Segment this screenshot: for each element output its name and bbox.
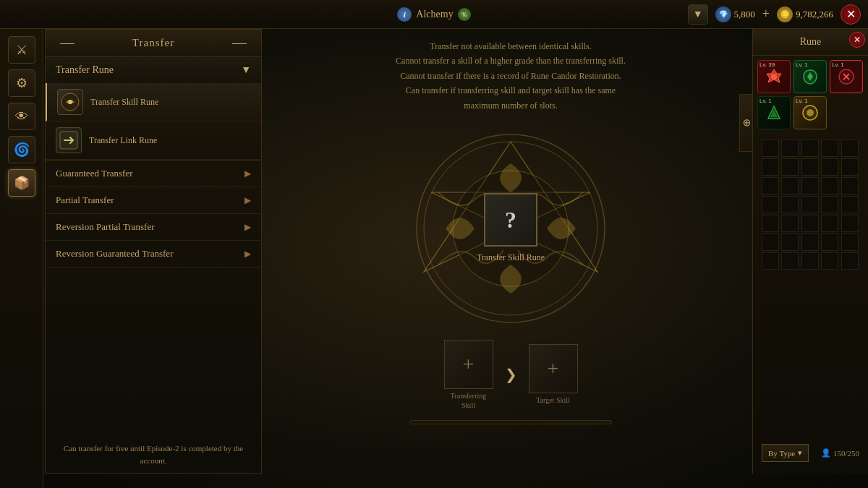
transfer-rune-label: Transfer Rune (56, 64, 114, 76)
reversion-guaranteed-arrow: ▶ (244, 249, 251, 260)
capacity-icon: 👤 (821, 448, 831, 458)
target-plus-icon: + (548, 357, 559, 380)
rune-5-level: Lv. 1 (796, 98, 808, 104)
sidebar-icon-eye[interactable]: 👁 (8, 103, 35, 130)
alchemy-title: Alchemy (416, 9, 453, 20)
guaranteed-transfer-item[interactable]: Guaranteed Transfer ▶ (46, 160, 261, 187)
rune-cell (801, 252, 819, 270)
center-question-mark: ? (505, 207, 516, 234)
rune-item-3[interactable]: Lv. 1 (830, 60, 863, 93)
transfer-link-rune-label: Transfer Link Rune (89, 135, 157, 146)
rune-item-4[interactable]: Lv. 1 (757, 96, 791, 129)
reversion-partial-item[interactable]: Reversion Partial Transfer ▶ (46, 214, 261, 241)
sidebar-icon-gear[interactable]: ⚙ (8, 69, 35, 97)
partial-transfer-arrow: ▶ (244, 195, 251, 206)
transfer-skill-rune-icon (57, 89, 83, 115)
rune-cell (841, 234, 859, 251)
rune-items-row: Lv. 39 Lv. 1 Lv. 1 Lv. 1 (753, 56, 868, 134)
svg-point-7 (771, 74, 777, 80)
transferring-skill-slot[interactable]: + (444, 340, 493, 389)
top-bar: i Alchemy % ▼ 💎 5,800 + 🪙 9,782,266 ✕ (0, 0, 868, 29)
rune-cell (841, 158, 859, 176)
info-line-2: Cannot transfer a skill of a higher grad… (388, 53, 634, 68)
bottom-note-text: Can transfer for free until Episode-2 is… (64, 444, 243, 465)
rune-cell (821, 234, 838, 251)
capacity-value: 150/250 (833, 449, 859, 458)
rune-cell (801, 234, 819, 251)
left-sidebar: ⚔ ⚙ 👁 🌀 📦 (0, 29, 43, 488)
rune-panel-title: Rune (800, 36, 822, 47)
sidebar-icon-sword[interactable]: ⚔ (8, 36, 35, 64)
rune-cell (801, 196, 819, 213)
progress-area (409, 420, 612, 424)
rune-empty-grid (757, 137, 864, 273)
rune-item-5[interactable]: Lv. 1 (793, 96, 827, 129)
reversion-guaranteed-label: Reversion Guaranteed Transfer (56, 248, 173, 260)
rune-panel-header: Rune ✕ (753, 29, 868, 56)
transfer-rune-dropdown[interactable]: Transfer Rune ▼ (46, 57, 261, 83)
guaranteed-transfer-label: Guaranteed Transfer (56, 168, 133, 179)
rune-tab-icon: ⊕ (741, 119, 752, 127)
capacity-display: 👤 150/250 (817, 444, 864, 462)
top-bar-right: ▼ 💎 5,800 + 🪙 9,782,266 ✕ (688, 4, 861, 25)
rune-cell (801, 158, 819, 176)
rune-cell (821, 215, 838, 232)
rune-cell (762, 215, 779, 232)
rune-cell (841, 196, 859, 213)
target-skill-label: Target Skill (536, 395, 570, 405)
rune-cell (762, 177, 779, 194)
reversion-partial-label: Reversion Partial Transfer (56, 221, 154, 233)
rune-cell (781, 177, 799, 194)
close-button[interactable]: ✕ (841, 4, 861, 25)
info-text: Transfer not available between identical… (388, 39, 634, 113)
transferring-skill-label: TransferringSkill (451, 391, 487, 410)
by-type-button[interactable]: By Type ▾ (762, 444, 809, 462)
transfer-link-rune-option[interactable]: Transfer Link Rune (46, 121, 261, 160)
partial-transfer-label: Partial Transfer (56, 194, 114, 206)
partial-transfer-item[interactable]: Partial Transfer ▶ (46, 187, 261, 214)
transfer-skill-rune-option[interactable]: Transfer Skill Rune (46, 83, 261, 121)
target-skill-slot[interactable]: + (529, 344, 578, 393)
by-type-label: By Type (768, 449, 795, 458)
rune-cell (841, 252, 859, 270)
rune-panel-bottom: By Type ▾ 👤 150/250 (753, 440, 868, 466)
panel-title: Transfer (46, 30, 261, 57)
rune-cell (841, 177, 859, 194)
by-type-arrow: ▾ (798, 448, 802, 458)
rune-cell (762, 196, 779, 213)
rune-cell (841, 140, 859, 157)
rune-item-1[interactable]: Lv. 39 (757, 60, 791, 93)
guaranteed-transfer-arrow: ▶ (244, 168, 251, 179)
currency-gold-icon: 🪙 (777, 7, 793, 22)
reversion-guaranteed-item[interactable]: Reversion Guaranteed Transfer ▶ (46, 241, 261, 267)
currency-gold-group: 🪙 9,782,266 (777, 7, 833, 22)
sidebar-icon-box[interactable]: 📦 (8, 169, 35, 197)
transferring-plus-icon: + (463, 353, 475, 376)
sidebar-icon-spiral[interactable]: 🌀 (8, 136, 35, 163)
transfer-arrow: ❯ (505, 366, 517, 383)
download-button[interactable]: ▼ (688, 4, 708, 25)
rune-panel: Rune ✕ Lv. 39 Lv. 1 Lv. 1 (752, 29, 868, 474)
currency-blue-value: 5,800 (734, 9, 755, 20)
rune-cell (841, 215, 859, 232)
rune-cell (781, 234, 799, 251)
rune-cell (801, 140, 819, 157)
rune-cell (821, 252, 838, 270)
rune-3-level: Lv. 1 (832, 61, 844, 68)
rune-cell (821, 177, 838, 194)
skill-transfer-row: + TransferringSkill ❯ + Target Skill (444, 340, 578, 410)
rune-cell (801, 215, 819, 232)
plus-button[interactable]: + (762, 7, 770, 22)
main-content: Transfer not available between identical… (262, 29, 760, 474)
transfer-skill-rune-label: Transfer Skill Rune (90, 97, 158, 108)
rune-grid-area (753, 134, 868, 275)
rune-item-2[interactable]: Lv. 1 (793, 60, 827, 93)
transfer-link-rune-icon (56, 127, 82, 153)
info-line-1: Transfer not available between identical… (388, 39, 634, 53)
percent-icon: % (458, 8, 471, 21)
rune-panel-tab[interactable]: ⊕ (739, 94, 752, 152)
rune-cell (781, 252, 799, 270)
rune-cell (821, 140, 838, 157)
rune-panel-close-button[interactable]: ✕ (849, 32, 865, 48)
reversion-partial-arrow: ▶ (244, 222, 251, 233)
